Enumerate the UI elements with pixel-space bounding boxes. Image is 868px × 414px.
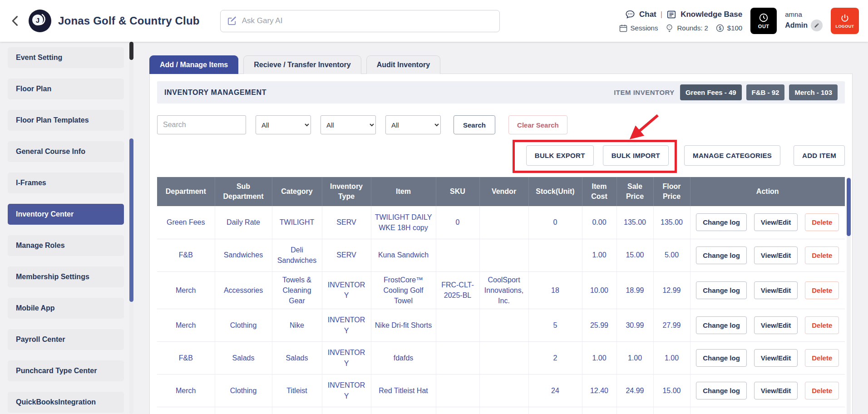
sidebar-item-floor-plan-templates[interactable]: Floor Plan Templates: [8, 110, 124, 131]
bulk-import-button[interactable]: BULK IMPORT: [603, 145, 669, 166]
sidebar-scrollbar-thumb[interactable]: [129, 138, 133, 302]
table-row: Green FeesDaily RateTWILIGHTSERVTWILIGHT…: [157, 206, 845, 239]
chat-link[interactable]: Chat: [639, 10, 656, 19]
manage-categories-button[interactable]: MANAGE CATEGORIES: [684, 145, 780, 166]
clock-out-button[interactable]: OUT: [750, 8, 777, 34]
user-role: Admin: [785, 21, 808, 30]
search-button[interactable]: Search: [454, 115, 495, 134]
cell-sku: [436, 309, 479, 342]
change-log-button[interactable]: Change log: [696, 382, 747, 399]
view-edit-button[interactable]: View/Edit: [754, 246, 798, 264]
ask-gary-input[interactable]: [242, 16, 493, 25]
sidebar-item-i-frames[interactable]: I-Frames: [8, 172, 124, 193]
col-header-item-cost: Item Cost: [582, 177, 616, 206]
filter-select-2[interactable]: All: [321, 115, 376, 134]
cell-inventory-type: SERV: [322, 206, 371, 239]
tab-add-manage-items[interactable]: Add / Manage Items: [149, 55, 238, 74]
delete-button[interactable]: Delete: [805, 349, 839, 367]
cell-item-cost: 1.00: [582, 239, 616, 271]
view-edit-button[interactable]: View/Edit: [754, 382, 798, 399]
sidebar-item-mobile-app[interactable]: Mobile App: [8, 298, 124, 319]
cell-item: FrostCore™ Cooling Golf Towel: [371, 271, 436, 309]
rounds-stat[interactable]: Rounds: 2: [665, 24, 708, 33]
table-scrollbar-thumb[interactable]: [847, 178, 851, 236]
col-header-department: Department: [157, 177, 215, 206]
view-edit-button[interactable]: View/Edit: [754, 316, 798, 334]
search-input[interactable]: [157, 115, 246, 134]
inventory-badge-green-fees-49[interactable]: Green Fees - 49: [680, 84, 742, 100]
sidebar-item-payroll-center[interactable]: Payroll Center: [8, 329, 124, 350]
cell-empty: [616, 407, 653, 414]
cell-floor-price: 27.99: [653, 309, 690, 342]
edit-profile-button[interactable]: [811, 20, 823, 31]
sessions-stat[interactable]: Sessions: [619, 24, 658, 33]
cell-department: Green Fees: [157, 206, 215, 239]
cell-inventory-type: SERV: [322, 239, 371, 271]
knowledge-base-link[interactable]: Knowledge Base: [681, 10, 742, 19]
sidebar-scrollbar-thumb-top[interactable]: [129, 42, 133, 60]
section-title: INVENTORY MANAGEMENT: [164, 89, 266, 97]
view-edit-button[interactable]: View/Edit: [754, 213, 798, 231]
clear-search-button[interactable]: Clear Search: [508, 115, 567, 134]
back-icon[interactable]: [9, 15, 22, 27]
change-log-button[interactable]: Change log: [696, 349, 747, 367]
sidebar-item-inventory-center[interactable]: Inventory Center: [8, 204, 124, 225]
cell-stock: 0: [528, 206, 582, 239]
inventory-badge-merch-103[interactable]: Merch - 103: [789, 84, 838, 100]
sidebar-item-event-setting[interactable]: Event Setting: [8, 47, 124, 68]
cell-item-cost: 1.00: [582, 342, 616, 375]
delete-button[interactable]: Delete: [805, 382, 839, 399]
tab-recieve-transfer-inventory[interactable]: Recieve / Transfer Inventory: [243, 55, 361, 74]
table-row: MerchClothingNikeINVENTORYNike Dri-fit S…: [157, 309, 845, 342]
delete-button[interactable]: Delete: [805, 246, 839, 264]
sidebar-item-membership-settings[interactable]: Membership Settings: [8, 266, 124, 287]
sidebar-scrollbar[interactable]: [129, 42, 133, 414]
delete-button[interactable]: Delete: [805, 316, 839, 334]
add-item-button[interactable]: ADD ITEM: [794, 145, 845, 166]
cell-empty: [690, 407, 845, 414]
cell-item-cost: 12.40: [582, 375, 616, 407]
cell-sale-price: 18.99: [616, 271, 653, 309]
sidebar-item-punchcard-type-center[interactable]: Punchcard Type Center: [8, 360, 124, 381]
sidebar-item-floor-plan[interactable]: Floor Plan: [8, 79, 124, 99]
cell-actions: Change logView/EditDelete: [690, 239, 845, 271]
cell-item: fdafds: [371, 342, 436, 375]
table-row: MerchClothingTitleistINVENTORYRed Titlei…: [157, 375, 845, 407]
table-row-partial: [157, 407, 845, 414]
filter-select-3[interactable]: All: [385, 115, 441, 134]
change-log-button[interactable]: Change log: [696, 316, 747, 334]
table-scrollbar[interactable]: [847, 177, 851, 414]
balance-stat[interactable]: $ $100: [715, 24, 742, 33]
cell-department: Merch: [157, 309, 215, 342]
logout-button[interactable]: LOGOUT: [831, 8, 859, 34]
delete-button[interactable]: Delete: [805, 281, 839, 299]
topbar-left: J Jonas Golf & Country Club: [9, 9, 200, 33]
item-inventory-label: ITEM INVENTORY: [614, 89, 675, 96]
view-edit-button[interactable]: View/Edit: [754, 349, 798, 367]
delete-button[interactable]: Delete: [805, 213, 839, 231]
col-header-sub-department: Sub Department: [215, 177, 272, 206]
change-log-button[interactable]: Change log: [696, 281, 747, 299]
sidebar-item-manage-roles[interactable]: Manage Roles: [8, 235, 124, 256]
inventory-card: INVENTORY MANAGEMENT ITEM INVENTORY Gree…: [149, 74, 853, 414]
cell-sub-department: Daily Rate: [215, 206, 272, 239]
change-log-button[interactable]: Change log: [696, 246, 747, 264]
cell-actions: Change logView/EditDelete: [690, 375, 845, 407]
cell-sub-department: Sandwiches: [215, 239, 272, 271]
view-edit-button[interactable]: View/Edit: [754, 281, 798, 299]
cell-category: Salads: [272, 342, 322, 375]
tab-audit-inventory[interactable]: Audit Inventory: [366, 55, 440, 74]
filter-select-1[interactable]: All: [256, 115, 311, 134]
bulk-export-button[interactable]: BULK EXPORT: [526, 145, 594, 166]
inventory-table: DepartmentSub DepartmentCategoryInventor…: [157, 177, 845, 414]
tab-bar: Add / Manage ItemsRecieve / Transfer Inv…: [149, 55, 853, 74]
col-header-inventory-type: Inventory Type: [322, 177, 371, 206]
inventory-badge-f-b-92[interactable]: F&B - 92: [746, 84, 785, 100]
change-log-button[interactable]: Change log: [696, 213, 747, 231]
cell-item: Nike Dri-fit Shorts: [371, 309, 436, 342]
sidebar-item-general-course-info[interactable]: General Course Info: [8, 141, 124, 162]
sessions-label: Sessions: [631, 24, 658, 32]
sidebar-item-quickbooksintegration[interactable]: QuickBooksIntegration: [8, 392, 124, 413]
table-header-row: DepartmentSub DepartmentCategoryInventor…: [157, 177, 845, 206]
cell-empty: [436, 407, 479, 414]
